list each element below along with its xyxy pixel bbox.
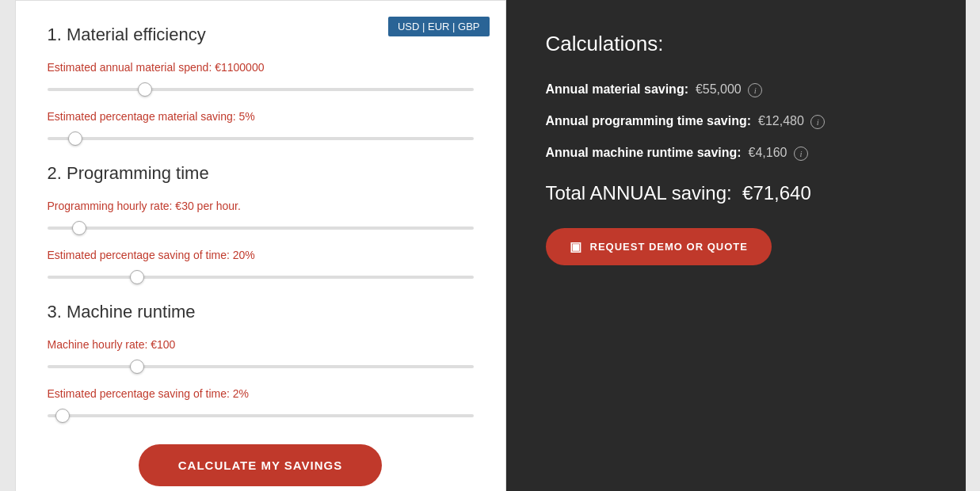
machine-rate-label: Machine hourly rate: €100 — [48, 338, 474, 351]
material-spend-value: €1100000 — [215, 61, 264, 74]
left-panel: USD | EUR | GBP 1. Material efficiency E… — [15, 0, 506, 491]
total-saving-value: €71,640 — [742, 182, 811, 204]
material-saving-result-label: Annual material saving: — [546, 82, 689, 96]
programming-saving-slider[interactable] — [48, 276, 474, 279]
programming-saving-info-icon[interactable]: i — [810, 115, 825, 129]
section-3-title: 3. Machine runtime — [48, 302, 474, 322]
material-spend-label: Estimated annual material spend: €110000… — [48, 61, 474, 74]
programming-rate-slider[interactable] — [48, 226, 474, 230]
programming-saving-result-label: Annual programming time saving: — [546, 114, 752, 128]
machine-saving-result-label: Annual machine runtime saving: — [546, 146, 742, 159]
monitor-icon: ▣ — [570, 239, 582, 254]
programming-saving-field: Estimated percentage saving of time: 20% — [48, 249, 474, 282]
section-2-title: 2. Programming time — [48, 163, 474, 184]
material-spend-field: Estimated annual material spend: €110000… — [48, 61, 474, 94]
programming-rate-value: €30 per hour. — [175, 200, 241, 212]
section-programming-time: 2. Programming time Programming hourly r… — [48, 163, 474, 282]
material-saving-result-value: €55,000 — [696, 82, 742, 96]
programming-rate-field: Programming hourly rate: €30 per hour. — [48, 200, 474, 233]
programming-saving-result-value: €12,480 — [758, 114, 804, 128]
machine-saving-value: 2% — [233, 387, 249, 400]
machine-saving-result: Annual machine runtime saving: €4,160 i — [546, 143, 926, 162]
total-saving: Total ANNUAL saving: €71,640 — [546, 182, 926, 204]
machine-saving-label: Estimated percentage saving of time: 2% — [48, 387, 474, 400]
section-material-efficiency: 1. Material efficiency Estimated annual … — [48, 25, 474, 143]
machine-saving-slider[interactable] — [48, 414, 474, 417]
calculate-button[interactable]: CALCULATE MY SAVINGS — [139, 444, 383, 486]
material-spend-slider[interactable] — [48, 88, 474, 91]
demo-button-label: REQUEST DEMO OR QUOTE — [590, 241, 748, 253]
programming-saving-value: 20% — [233, 249, 255, 261]
material-saving-field: Estimated percentage material saving: 5% — [48, 110, 474, 143]
machine-rate-field: Machine hourly rate: €100 — [48, 338, 474, 371]
machine-saving-info-icon[interactable]: i — [794, 147, 808, 161]
material-saving-info-icon[interactable]: i — [748, 83, 762, 97]
programming-rate-label: Programming hourly rate: €30 per hour. — [48, 200, 474, 212]
main-container: USD | EUR | GBP 1. Material efficiency E… — [15, 0, 966, 491]
machine-saving-field: Estimated percentage saving of time: 2% — [48, 387, 474, 421]
machine-saving-result-value: €4,160 — [749, 146, 787, 159]
currency-selector[interactable]: USD | EUR | GBP — [388, 17, 490, 36]
demo-button[interactable]: ▣ REQUEST DEMO OR QUOTE — [546, 228, 772, 265]
material-saving-result: Annual material saving: €55,000 i — [546, 80, 926, 99]
calculations-title: Calculations: — [546, 32, 926, 56]
material-saving-label: Estimated percentage material saving: 5% — [48, 110, 474, 123]
material-saving-slider[interactable] — [48, 137, 474, 140]
programming-saving-label: Estimated percentage saving of time: 20% — [48, 249, 474, 261]
section-machine-runtime: 3. Machine runtime Machine hourly rate: … — [48, 302, 474, 421]
machine-rate-value: €100 — [151, 338, 175, 351]
programming-saving-result: Annual programming time saving: €12,480 … — [546, 112, 926, 131]
total-saving-label: Total ANNUAL saving: — [546, 182, 732, 204]
material-saving-value: 5% — [239, 110, 255, 123]
right-panel: Calculations: Annual material saving: €5… — [506, 0, 966, 491]
machine-rate-slider[interactable] — [48, 365, 474, 368]
